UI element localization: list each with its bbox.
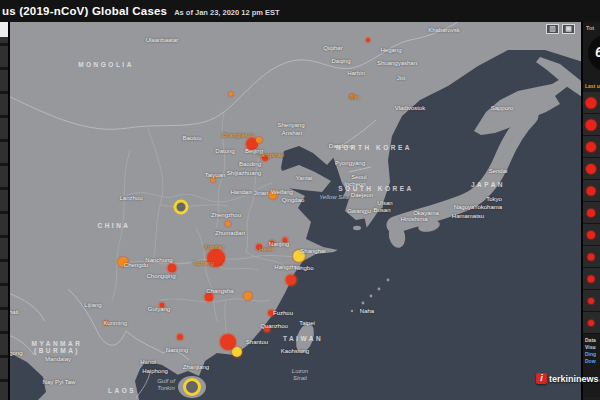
map-label-tangshan: Tangshan	[258, 152, 284, 158]
map-label-yichang: Yichang	[192, 260, 213, 266]
map-label-myanmar: MYANMAR	[32, 340, 83, 347]
map-label-shantou: Shantou	[246, 339, 268, 345]
map-label-naha: Naha	[360, 308, 374, 314]
region-list-row[interactable]	[583, 290, 600, 312]
map-label-vladivostok: Vladivostok	[395, 105, 426, 111]
map-label-busan: Busan	[373, 207, 390, 213]
region-case-dot	[586, 164, 596, 174]
region-list-row[interactable]	[583, 268, 600, 290]
map-label-strait: Strait	[293, 375, 307, 381]
region-list-row[interactable]	[583, 224, 600, 246]
map-label-nanning: Nanning	[166, 347, 188, 353]
region-case-dot	[587, 209, 595, 217]
map-label-baoding: Baoding	[239, 161, 261, 167]
footer-link[interactable]: Ding	[585, 351, 600, 358]
map-controls: ▥▦	[546, 24, 575, 34]
right-panel-clipped: Tot 6 Last up DataVisuDingDow	[581, 22, 600, 400]
map-label-handan: Handan	[230, 189, 251, 195]
map-label-shanghai: Shanghai	[300, 248, 325, 254]
map-label-japan: JAPAN	[471, 181, 505, 188]
map-label-laos: LAOS	[108, 387, 136, 394]
title-bar: us (2019-nCoV) Global Cases As of Jan 23…	[0, 0, 600, 22]
map-label-gwangju: Gwangju	[347, 208, 371, 214]
map-label-tonkin: Tonkin	[157, 385, 174, 391]
map-label-jixi: Jixi	[397, 75, 406, 81]
map-label-nanjing: Nanjing	[269, 241, 289, 247]
map-label-jinan: Jinan	[254, 190, 268, 196]
footer-text: Visu	[585, 344, 600, 351]
region-list-row[interactable]	[583, 202, 600, 224]
map-label-luzon: Luzon	[292, 368, 308, 374]
map-label-jilin: Jilin	[349, 94, 359, 100]
map-label-south-korea: SOUTH KOREA	[338, 185, 414, 192]
last-updated-label: Last up	[585, 83, 600, 89]
map-label-harbin: Harbin	[347, 70, 365, 76]
region-list-row[interactable]	[583, 180, 600, 202]
map-label-nagoya: Nagoya	[454, 204, 475, 210]
map-label-okayama: Okayama	[413, 210, 439, 216]
map-label-changsha: Changsha	[206, 288, 233, 294]
map-label-china: CHINA	[97, 222, 130, 229]
map-label-hegang: Hegang	[380, 47, 401, 53]
footer-text: Data	[585, 337, 600, 344]
map-label--burma-: (BURMA)	[34, 347, 80, 354]
watermark-logo-icon: i	[536, 373, 547, 384]
map-label-yantai: Yantai	[296, 175, 313, 181]
total-count-value: 6	[595, 44, 600, 60]
map-label-taiyuan: Taiyuan	[205, 172, 226, 178]
map-control-layout-grid[interactable]: ▦	[562, 24, 575, 34]
map-label-qiqihar: Qiqihar	[323, 45, 342, 51]
map-label-daejeon: Daejeon	[351, 192, 373, 198]
as-of-timestamp: As of Jan 23, 2020 12 pm EST	[174, 6, 279, 17]
page-title: us (2019-nCoV) Global Cases	[0, 5, 167, 17]
map-label-nanchong: Nanchong	[145, 257, 172, 263]
region-list-row[interactable]	[583, 312, 600, 334]
region-list-row[interactable]	[583, 246, 600, 268]
map-canvas[interactable]: UlaanbaatarMONGOLIACHINAQiqiharHegangDaq…	[0, 22, 600, 400]
total-count-circle: 6	[588, 35, 600, 71]
map-label-khabarovsk: Khabarovsk	[428, 27, 460, 33]
region-case-dot	[587, 231, 595, 239]
total-confirmed-block: Tot 6 Last up	[583, 22, 600, 92]
map-label-zhumadian: Zhumadian	[215, 230, 245, 236]
map-label-zhanjiang: Zhanjiang	[183, 364, 209, 370]
total-label: Tot	[586, 25, 594, 31]
map-label-layer: UlaanbaatarMONGOLIACHINAQiqiharHegangDaq…	[0, 0, 600, 400]
map-label-ningbo: Ningbo	[294, 265, 313, 271]
map-label-anshan: Anshan	[282, 130, 302, 136]
region-list-row[interactable]	[583, 136, 600, 158]
left-panel-clipped	[0, 22, 10, 400]
map-label-nay-pyi-taw: Nay Pyi Taw	[43, 379, 76, 385]
region-case-dot	[588, 298, 594, 304]
map-label-kunming: Kunming	[103, 320, 127, 326]
map-label-chengdu: Chengdu	[124, 262, 148, 268]
map-label-chongqing: Chongqing	[146, 273, 175, 279]
region-case-dot	[588, 275, 595, 282]
map-label-hanoi: Hanoi	[140, 359, 156, 365]
map-label-hiroshima: Hiroshima	[400, 216, 427, 222]
map-label-guiyang: Guiyang	[148, 306, 170, 312]
map-label-shuangyashan: Shuangyashan	[377, 60, 417, 66]
map-control-layout-split[interactable]: ▥	[546, 24, 559, 34]
footer-link[interactable]: Dow	[585, 358, 600, 365]
map-label-seoul: Seoul	[351, 174, 366, 180]
region-list-row[interactable]	[583, 158, 600, 180]
map-label-hefei: Hefei	[259, 246, 273, 252]
region-case-dot	[586, 142, 596, 152]
map-label-ulaanbaatar: Ulaanbaatar	[146, 37, 179, 43]
watermark-text: terkininews	[549, 374, 599, 384]
map-label-mongolia: MONGOLIA	[78, 61, 134, 68]
map-label-qingdao: Qingdao	[282, 197, 305, 203]
region-list-row[interactable]	[583, 114, 600, 136]
map-label-pyongyang: Pyongyang	[335, 160, 365, 166]
map-label-ulsan: Ulsan	[377, 200, 392, 206]
map-label-sapporo: Sapporo	[491, 105, 514, 111]
map-label-tokyo: Tokyo	[486, 196, 502, 202]
map-label-gulf-of: Gulf of	[157, 378, 175, 384]
map-label-zhangjiakou: Zhangjiakou	[222, 132, 255, 138]
map-label-daqing: Daqing	[331, 58, 350, 64]
map-label-shenyang: Shenyang	[277, 122, 304, 128]
map-label-datong: Datong	[215, 148, 234, 154]
region-list-row[interactable]	[583, 92, 600, 114]
region-list	[583, 92, 600, 334]
